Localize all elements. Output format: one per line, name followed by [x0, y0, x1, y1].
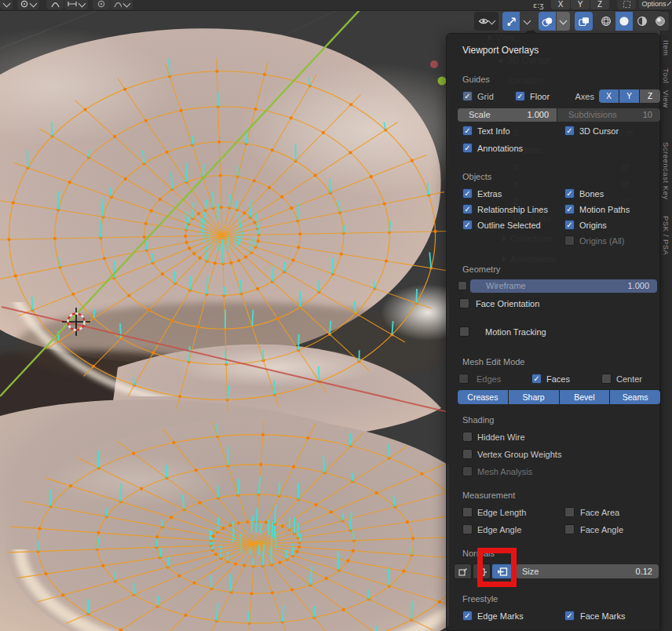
face-angle-checkbox[interactable]: ✓	[564, 524, 575, 534]
extras-checkbox[interactable]: ✓	[462, 188, 473, 199]
axis-z-toggle[interactable]: Z	[640, 89, 660, 103]
scale-label: Scale	[469, 110, 491, 119]
vertex-group-weights-checkbox[interactable]: ✓	[462, 449, 473, 459]
shading-rendered-button[interactable]	[652, 12, 669, 31]
grid-scale-slider[interactable]: Scale 1.000	[458, 108, 557, 122]
extras-label: Extras	[477, 189, 502, 199]
visibility-dropdown-button[interactable]	[474, 12, 499, 31]
axis-y-toggle[interactable]: Y	[619, 89, 639, 103]
edges-checkbox[interactable]: ✓	[458, 374, 469, 384]
normals-size-label: Size	[522, 567, 539, 576]
text-info-label: Text Info	[477, 126, 510, 136]
axes-label: Axes	[566, 92, 594, 101]
eye-visibility-icon	[478, 16, 489, 26]
falloff-sphere-button[interactable]	[93, 0, 110, 9]
annotations-label: Annotations	[477, 144, 523, 153]
overlays-circles-icon	[542, 16, 553, 27]
face-orientation-checkbox[interactable]: ✓	[459, 298, 469, 308]
mesh-body	[0, 0, 505, 631]
wireframe-slider[interactable]: Wireframe 1.000	[470, 279, 657, 293]
grid-subdivisions-field[interactable]: Subdivisions 10	[557, 108, 660, 122]
gizmo-toggle-button[interactable]	[502, 12, 520, 31]
shading-material-button[interactable]	[634, 12, 651, 31]
faces-label: Faces	[546, 374, 570, 384]
motion-paths-label: Motion Paths	[579, 205, 630, 214]
annotations-checkbox[interactable]: ✓	[462, 143, 473, 153]
shading-solid-button[interactable]	[615, 12, 633, 31]
vertex-normals-button[interactable]	[454, 564, 472, 579]
subdivisions-value: 10	[643, 110, 652, 119]
edge-angle-checkbox[interactable]: ✓	[462, 524, 473, 534]
faces-checkbox[interactable]: ✓	[531, 374, 542, 384]
mesh-analysis-label: Mesh Analysis	[477, 467, 532, 476]
face-area-checkbox[interactable]: ✓	[564, 507, 575, 517]
transform-orientation-dropdown[interactable]	[0, 0, 13, 9]
origins-label: Origins	[579, 221, 607, 230]
motion-tracking-checkbox[interactable]: ✓	[459, 326, 469, 337]
edge-marks-checkbox[interactable]: ✓	[462, 611, 473, 621]
chevron-down-icon	[524, 16, 531, 24]
text-info-checkbox[interactable]: ✓	[462, 126, 473, 136]
floor-label: Floor	[530, 92, 550, 101]
overlays-dropdown-button[interactable]	[557, 12, 570, 31]
grid-checkbox[interactable]: ✓	[462, 91, 473, 101]
mesh-analysis-checkbox[interactable]: ✓	[462, 466, 473, 476]
mirror-z-button[interactable]: Z	[590, 0, 609, 9]
bevel-toggle[interactable]: Bevel	[560, 390, 610, 404]
wireframe-checkbox[interactable]: ✓	[458, 281, 467, 290]
sidebar-tab-tool[interactable]: Tool	[662, 68, 670, 83]
gizmo-dropdown-button[interactable]	[520, 12, 534, 31]
face-marks-checkbox[interactable]: ✓	[564, 611, 575, 621]
cursor-3d-checkbox[interactable]: ✓	[564, 126, 575, 136]
snapping-dropdown-button[interactable]	[17, 0, 39, 9]
shading-heading: Shading	[462, 415, 494, 425]
sidebar-tab-item[interactable]: Item	[662, 40, 670, 56]
falloff-curve-dropdown[interactable]	[111, 0, 133, 9]
origins-all-label: Origins (All)	[579, 236, 624, 246]
viewport-header-bar: ɛ:ӡ X Y Z Options	[0, 0, 672, 11]
mesh-edit-mode-heading: Mesh Edit Mode	[462, 357, 524, 367]
sharp-toggle[interactable]: Sharp	[509, 390, 559, 404]
outline-selected-checkbox[interactable]: ✓	[462, 220, 473, 230]
sidebar-tab-view[interactable]: View	[662, 90, 670, 108]
overlays-toggle-button[interactable]	[539, 12, 556, 31]
center-checkbox[interactable]: ✓	[601, 374, 612, 384]
seams-toggle[interactable]: Seams	[610, 390, 660, 404]
floor-checkbox[interactable]: ✓	[515, 91, 525, 101]
chevron-down-icon	[560, 16, 568, 24]
cursor-3d-label: 3D Cursor	[579, 126, 619, 136]
chevron-down-icon	[30, 0, 38, 7]
xray-toggle-button[interactable]	[575, 12, 593, 31]
bones-checkbox[interactable]: ✓	[564, 188, 575, 199]
mirror-y-button[interactable]: Y	[571, 0, 590, 9]
wireframe-sphere-icon	[601, 16, 612, 27]
shading-wireframe-button[interactable]	[597, 12, 615, 31]
options-dropdown-button[interactable]: Options	[639, 0, 672, 9]
wireframe-value: 1.000	[627, 281, 649, 290]
chevron-down-icon	[667, 2, 671, 6]
solid-sphere-icon	[619, 16, 630, 27]
hidden-wire-checkbox[interactable]: ✓	[462, 432, 473, 442]
relationship-lines-checkbox[interactable]: ✓	[462, 204, 473, 214]
motion-paths-checkbox[interactable]: ✓	[564, 204, 575, 214]
sidebar-tab-screencast[interactable]: Screencast Key	[662, 142, 670, 200]
edge-angle-label: Edge Angle	[477, 525, 521, 534]
proportional-editing-toggle[interactable]	[46, 0, 64, 9]
axis-x-toggle[interactable]: X	[599, 89, 619, 103]
mirror-x-button[interactable]: X	[551, 0, 570, 9]
scale-value: 1.000	[527, 110, 549, 119]
origins-checkbox[interactable]: ✓	[564, 220, 575, 230]
xray-squares-icon	[579, 16, 590, 27]
sidebar-tab-psk[interactable]: PSK / PSA	[662, 216, 670, 255]
center-label: Center	[616, 374, 642, 384]
face-area-label: Face Area	[580, 508, 619, 517]
objects-heading: Objects	[462, 172, 491, 181]
blender-window: ɛ:ӡ X Y Z Options View 3	[0, 0, 672, 631]
proportional-falloff-dropdown[interactable]	[64, 0, 88, 9]
creases-toggle[interactable]: Creases	[458, 390, 508, 404]
vertex-group-weights-label: Vertex Group Weights	[477, 450, 561, 459]
normals-size-slider[interactable]: Size 0.12	[516, 564, 659, 578]
origins-all-checkbox[interactable]: ✓	[564, 235, 575, 246]
snap-target-button[interactable]	[617, 0, 636, 9]
edge-length-checkbox[interactable]: ✓	[462, 507, 473, 517]
